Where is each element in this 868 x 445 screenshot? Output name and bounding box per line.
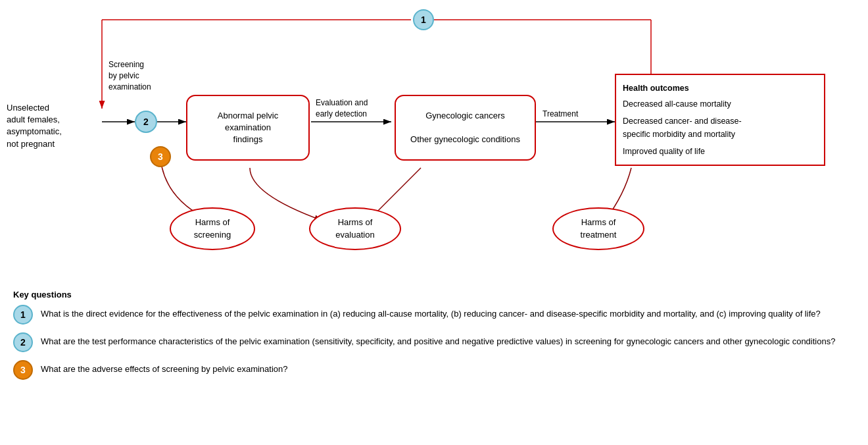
legend-item-3: 3 What are the adverse effects of screen…	[13, 360, 855, 380]
kq3-circle: 3	[150, 146, 171, 167]
diagram-area: 1 Unselected adult females, asymptomatic…	[0, 0, 868, 283]
legend-circle-1: 1	[13, 305, 33, 325]
kq2-circle: 2	[135, 111, 157, 133]
legend-text-2: What are the test performance characteri…	[41, 332, 835, 348]
gynecologic-box: Gynecologic cancers Other gynecologic co…	[395, 95, 536, 161]
legend-item-2: 2 What are the test performance characte…	[13, 332, 855, 352]
legend-area: Key questions 1 What is the direct evide…	[13, 290, 855, 388]
harms-treatment: Harms oftreatment	[552, 207, 644, 250]
legend-title: Key questions	[13, 290, 855, 300]
health-outcomes-box: Health outcomes Decreased all-cause mort…	[615, 74, 825, 166]
treatment-label: Treatment	[542, 109, 608, 120]
legend-circle-2: 2	[13, 332, 33, 352]
legend-circle-3: 3	[13, 360, 33, 380]
screening-label: Screeningby pelvicexamination	[108, 59, 181, 92]
legend-text-3: What are the adverse effects of screenin…	[41, 360, 288, 376]
harms-evaluation: Harms ofevaluation	[309, 207, 401, 250]
abnormal-box: Abnormal pelvic examination findings	[186, 95, 310, 161]
kq1-circle: 1	[413, 9, 434, 30]
harms-screening: Harms ofscreening	[170, 207, 255, 250]
legend-item-1: 1 What is the direct evidence for the ef…	[13, 305, 855, 325]
eval-label: Evaluation andearly detection	[316, 97, 395, 120]
unselected-label: Unselected adult females, asymptomatic, …	[7, 102, 99, 150]
legend-text-1: What is the direct evidence for the effe…	[41, 305, 821, 321]
